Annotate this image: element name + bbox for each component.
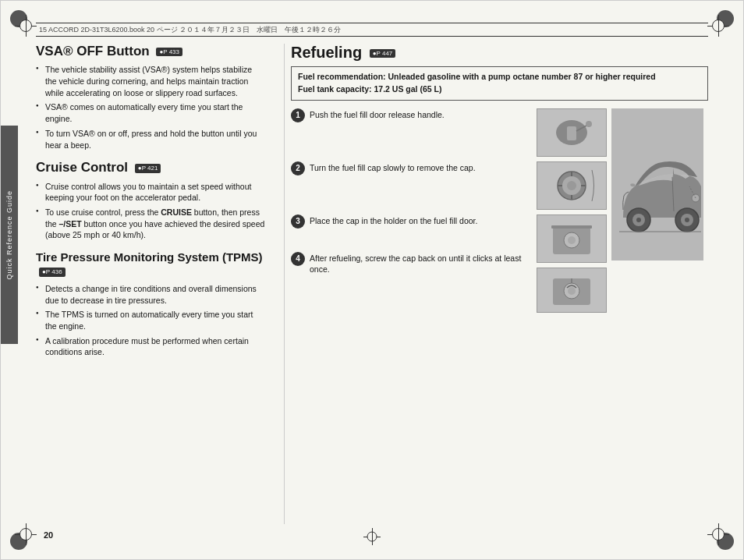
images-column xyxy=(537,108,708,313)
step-1: 1 Push the fuel fill door release handle… xyxy=(291,108,529,122)
crosshair-bl xyxy=(15,523,37,545)
vsa-bullet-2: VSA® comes on automatically every time y… xyxy=(36,101,265,124)
header-text: 15 ACCORD 2D-31T3L6200.book 20 ページ ２０１４年… xyxy=(39,25,341,35)
vsa-bullets: The vehicle stability assist (VSA®) syst… xyxy=(36,64,265,151)
fuel-rec-row: Fuel recommendation: Unleaded gasoline w… xyxy=(298,71,701,83)
svg-point-30 xyxy=(685,218,689,222)
vsa-section: VSA® OFF Button ●P 433 The vehicle stabi… xyxy=(36,44,265,151)
tpms-section: Tire Pressure Monitoring System (TPMS) ●… xyxy=(36,250,265,358)
vsa-bullet-3: To turn VSA® on or off, press and hold t… xyxy=(36,128,265,151)
page-container: 15 ACCORD 2D-31T3L6200.book 20 ページ ２０１４年… xyxy=(0,0,744,560)
cruise-bullets: Cruise control allows you to maintain a … xyxy=(36,181,265,241)
step-3-image xyxy=(537,214,607,263)
svg-point-8 xyxy=(567,181,576,190)
vsa-ref: ●P 433 xyxy=(156,48,182,57)
tpms-bullet-1: Detects a change in tire conditions and … xyxy=(36,283,265,306)
tpms-bullet-2: The TPMS is turned on automatically ever… xyxy=(36,309,265,331)
crosshair-bottom-center xyxy=(363,528,381,545)
vsa-bullet-1: The vehicle stability assist (VSA®) syst… xyxy=(36,64,265,98)
right-column: Refueling ●P 447 Fuel recommendation: Un… xyxy=(291,44,708,524)
small-images xyxy=(537,108,607,313)
step-4-text: After refueling, screw the cap back on u… xyxy=(310,252,529,275)
step-1-number: 1 xyxy=(291,108,305,122)
step-1-image xyxy=(537,108,607,157)
step-4-number: 4 xyxy=(291,252,305,266)
steps-column: 1 Push the fuel fill door release handle… xyxy=(291,108,529,313)
refueling-title: Refueling ●P 447 xyxy=(291,44,708,62)
cruise-section: Cruise Control ●P 421 Cruise control all… xyxy=(36,160,265,241)
svg-rect-17 xyxy=(551,225,592,229)
column-divider xyxy=(284,44,285,524)
tpms-bullet-3: A calibration procedure must be performe… xyxy=(36,335,265,358)
step-2-number: 2 xyxy=(291,161,305,175)
step-3-number: 3 xyxy=(291,214,305,229)
fuel-tank-value: 17.2 US gal (65 L) xyxy=(374,84,441,94)
header-bar: 15 ACCORD 2D-31T3L6200.book 20 ページ ２０１４年… xyxy=(36,23,708,37)
svg-point-16 xyxy=(568,236,576,244)
fuel-tank-row: Fuel tank capacity: 17.2 US gal (65 L) xyxy=(298,83,701,96)
fuel-info-box: Fuel recommendation: Unleaded gasoline w… xyxy=(291,66,708,101)
svg-rect-2 xyxy=(567,126,576,140)
vsa-title: VSA® OFF Button ●P 433 xyxy=(36,44,265,59)
step-2-image xyxy=(537,161,607,210)
side-tab-label: Quick Reference Guide xyxy=(5,190,13,280)
tpms-title: Tire Pressure Monitoring System (TPMS) ●… xyxy=(36,250,265,278)
cruise-bullet-2: To use cruise control, press the CRUISE … xyxy=(36,207,265,241)
step-4: 4 After refueling, screw the cap back on… xyxy=(291,252,529,275)
car-image xyxy=(611,108,703,261)
content-area: VSA® OFF Button ●P 433 The vehicle stabi… xyxy=(36,44,708,524)
step-1-text: Push the fuel fill door release handle. xyxy=(310,108,445,121)
cruise-bullet-1: Cruise control allows you to maintain a … xyxy=(36,181,265,204)
page-number: 20 xyxy=(44,530,53,540)
refueling-ref: ●P 447 xyxy=(370,49,396,58)
steps-images-container: 1 Push the fuel fill door release handle… xyxy=(291,108,708,313)
svg-point-27 xyxy=(636,218,641,222)
crosshair-tl xyxy=(15,15,37,37)
fuel-rec-label: Fuel recommendation: xyxy=(298,72,386,81)
step-4-image xyxy=(537,268,607,313)
step-3-text: Place the cap in the holder on the fuel … xyxy=(310,214,477,227)
left-column: VSA® OFF Button ●P 433 The vehicle stabi… xyxy=(36,44,278,524)
svg-point-4 xyxy=(586,121,592,127)
cruise-title: Cruise Control ●P 421 xyxy=(36,160,265,175)
crosshair-br xyxy=(707,523,729,545)
tpms-bullets: Detects a change in tire conditions and … xyxy=(36,283,265,358)
step-2: 2 Turn the fuel fill cap slowly to remov… xyxy=(291,161,529,175)
tpms-ref: ●P 436 xyxy=(39,268,66,277)
fuel-rec-value: Unleaded gasoline with a pump octane num… xyxy=(388,72,656,81)
crosshair-tr xyxy=(707,15,729,37)
step-3: 3 Place the cap in the holder on the fue… xyxy=(291,214,529,229)
fuel-tank-label: Fuel tank capacity: xyxy=(298,84,372,94)
step-2-text: Turn the fuel fill cap slowly to remove … xyxy=(310,161,476,174)
side-tab: Quick Reference Guide xyxy=(1,126,18,344)
svg-point-21 xyxy=(568,287,576,295)
cruise-ref: ●P 421 xyxy=(135,164,161,173)
